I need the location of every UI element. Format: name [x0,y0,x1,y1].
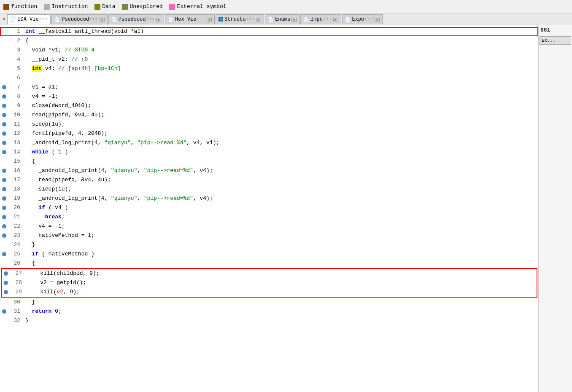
line-code-13: _android_log_print(4, "qianyu", "pip-->r… [24,138,538,148]
code-line-18: 18 sleep(1u); [0,185,538,194]
line-num-3: 3 [8,46,24,55]
line-code-2: { [24,36,538,46]
external-swatch [169,4,175,10]
tab-icon-enums: 📄 [268,17,274,22]
tab-icon-ida: 📄 [10,16,16,22]
code-line-26: 26 { [0,259,538,268]
tab-exports[interactable]: 📄 Expo··· ✕ [342,14,383,24]
line-num-22: 22 [8,222,24,231]
line-dot-29 [2,290,10,294]
line-dot-16 [0,169,8,173]
line-dot-12 [0,132,8,136]
line-code-3: void *v1; // ST00_4 [24,46,538,55]
tab-pseudocode-2[interactable]: 📄 Pseudocod··· ✕ [108,14,164,24]
instruction-swatch [44,4,50,10]
line-code-29: kill(v2, 9); [25,287,537,297]
line-code-30: } [24,298,538,307]
line-code-9: close(dword_4010); [24,101,538,110]
tab-close-imports[interactable]: ✕ [333,17,338,22]
line-num-16: 16 [8,166,24,175]
tab-icon-exports: 📄 [345,17,351,22]
code-line-5: 5 int v4; // [sp+4h] [bp-1Ch] [0,64,538,73]
code-line-2: 2 { [0,36,538,46]
tab-label-pseudo2: Pseudocod··· [119,16,155,22]
line-code-25: if ( nativeMethod ) [24,250,538,259]
code-line-31: 31 return 0; [0,307,538,316]
line-num-2: 2 [8,36,24,46]
line-dot-18 [0,187,8,191]
keyword-int-5: int [32,65,42,72]
tab-close-exports[interactable]: ✕ [375,17,380,22]
code-line-3: 3 void *v1; // ST00_4 [0,46,538,55]
tab-icon-structu: 🅰 [219,17,223,22]
line-num-24: 24 [8,240,24,250]
line-num-23: 23 [8,231,24,240]
line-code-21: break; [24,212,538,222]
tab-label-imports: Impo··· [310,16,332,22]
tab-close-structu[interactable]: ✕ [256,17,261,22]
line-code-32: } [24,316,538,325]
line-dot-14 [0,150,8,154]
line-code-5: int v4; // [sp+4h] [bp-1Ch] [24,64,538,73]
legend-instruction: Instruction [44,3,88,10]
right-panel: 861 Ex... [538,25,572,392]
right-panel-number: 861 [539,25,572,35]
code-line-11: 11 sleep(1u); [0,120,538,129]
code-line-17: 17 read(pipefd, &v4, 4u); [0,175,538,185]
code-line-32: 32 } [0,316,538,325]
line-code-26: { [24,259,538,268]
code-line-29: 29 kill(v2, 9); [2,287,537,297]
line-num-29: 29 [10,287,25,297]
tab-ida-view[interactable]: 📄 IDA Vie··· [7,14,51,24]
line-code-1: int __fastcall anti_thread(void *a1) [24,27,538,36]
code-line-27: 27 kill(childpid, 9); [2,269,537,278]
line-dot-28 [2,281,10,285]
close-button[interactable]: ✕ [1,16,7,22]
line-num-1: 1 [8,27,24,36]
line-num-12: 12 [8,129,24,138]
line-code-16: _android_log_print(4, "qianyu", "pip-->r… [24,166,538,175]
tab-icon-imports: 📄 [303,17,309,22]
line-num-13: 13 [8,138,24,148]
code-line-15: 15 { [0,157,538,166]
line-num-8: 8 [8,92,24,101]
legend-function: function [3,3,37,10]
line-num-5: 5 [8,64,24,73]
legend-external: External symbol [169,3,226,10]
legend-data-label: Data [102,3,115,10]
line-code-24: } [24,240,538,250]
line-dot-7 [0,85,8,89]
line-code-27: kill(childpid, 9); [25,269,537,278]
tab-close-hex[interactable]: ✕ [207,17,212,22]
line-code-7: v1 = a1; [24,83,538,92]
line-code-4: __pid_t v2; // r0 [24,55,538,64]
tab-enums[interactable]: 📄 Enums ✕ [265,14,299,24]
keyword-int-1: int [25,28,35,35]
tab-label-structu: Structu··· [224,16,255,22]
code-line-13: 13 _android_log_print(4, "qianyu", "pip-… [0,138,538,148]
tab-pseudocode-1[interactable]: 📄 Pseudocod··· ✕ [51,14,107,24]
code-line-16: 16 _android_log_print(4, "qianyu", "pip-… [0,166,538,175]
tab-imports[interactable]: 📄 Impo··· ✕ [300,14,341,24]
code-line-21: 21 break; [0,212,538,222]
tab-structu[interactable]: 🅰 Structu··· ✕ [216,14,264,24]
line-dot-27 [2,271,10,276]
code-line-30: 30 } [0,298,538,307]
right-panel-tab[interactable]: Ex... [540,36,571,45]
tab-hex-view[interactable]: 📄 Hex Vie··· ✕ [165,14,215,24]
line-dot-25 [0,252,8,256]
code-area[interactable]: 1 int __fastcall anti_thread(void *a1) 2… [0,25,538,392]
line-num-27: 27 [10,269,25,278]
tab-close-pseudo2[interactable]: ✕ [156,17,161,22]
line-dot-31 [0,309,8,314]
tab-close-pseudo1[interactable]: ✕ [100,17,105,22]
right-panel-tab-label: Ex... [542,38,556,43]
tab-label-pseudo1: Pseudocod··· [62,16,98,22]
code-line-6: 6 [0,73,538,83]
line-num-32: 32 [8,316,24,325]
line-dot-13 [0,141,8,145]
tab-close-enums[interactable]: ✕ [291,17,297,22]
code-line-4: 4 __pid_t v2; // r0 [0,55,538,64]
line-dot-11 [0,122,8,126]
line-code-19: _android_log_print(4, "qianyu", "pip-->r… [24,194,538,203]
